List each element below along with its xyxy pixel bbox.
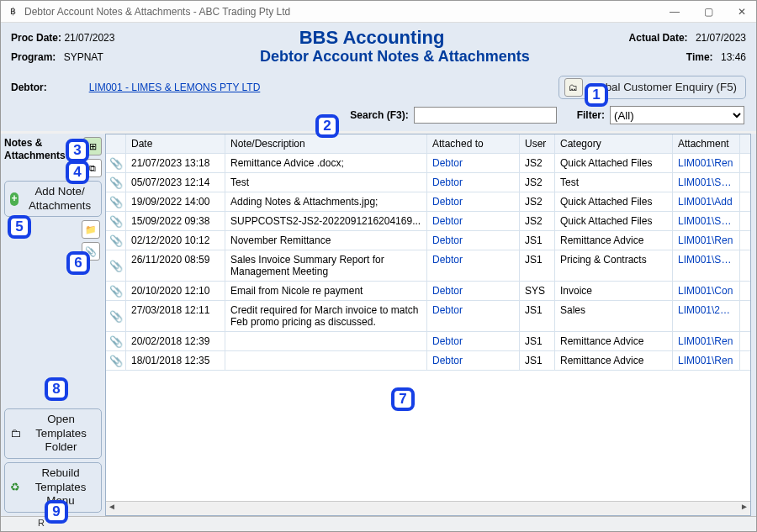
cell-category: Quick Attached Files — [555, 192, 673, 211]
search-input[interactable] — [414, 107, 557, 124]
folder-attach-icon[interactable]: 📁 — [82, 220, 100, 239]
cell-attachment-link[interactable]: LIM001\Sale LIM001 202 — [673, 250, 740, 281]
maximize-button[interactable]: ▢ — [699, 6, 717, 18]
col-header-date[interactable]: Date — [126, 134, 225, 153]
col-header-attachment[interactable]: Attachment — [673, 134, 740, 153]
cell-description: Test — [225, 173, 427, 192]
open-templates-label: Open Templates Folder — [26, 413, 96, 455]
cell-attached-to[interactable]: Debtor — [427, 212, 520, 230]
table-row[interactable]: 📎05/07/2023 12:14TestDebtorJS2TestLIM001… — [106, 173, 750, 192]
actual-date-value: 21/07/2023 — [696, 32, 746, 44]
cell-description: Sales Invoice Summary Report for Managem… — [225, 250, 427, 281]
cell-date: 21/07/2023 13:18 — [126, 154, 225, 172]
cell-date: 15/09/2022 09:38 — [126, 212, 225, 230]
callout-4: 4 — [66, 161, 89, 184]
callout-5: 5 — [8, 215, 31, 239]
cell-attached-to[interactable]: Debtor — [427, 154, 520, 172]
cell-attached-to[interactable]: Debtor — [427, 231, 520, 250]
filter-select[interactable]: (All) — [610, 106, 744, 124]
cell-attached-to[interactable]: Debtor — [427, 250, 520, 281]
callout-7: 7 — [391, 387, 415, 411]
col-header-user[interactable]: User — [520, 134, 555, 153]
cell-category: Remittance Advice — [555, 332, 673, 350]
add-note-button[interactable]: + Add Note/ Attachments — [4, 181, 102, 217]
cell-category: Remittance Advice — [555, 231, 673, 250]
row-attachment-icon: 📎 — [106, 192, 126, 211]
recycle-icon: ♻ — [10, 480, 20, 495]
searchbar: Search (F3): Filter: (All) — [1, 103, 756, 131]
close-button[interactable]: ✕ — [733, 6, 751, 18]
callout-8: 8 — [45, 377, 68, 401]
add-note-label: Add Note/ Attachments — [24, 185, 96, 213]
cell-user: JS2 — [520, 173, 555, 192]
cell-attachment-link[interactable]: LIM001\Ren — [673, 332, 740, 350]
table-row[interactable]: 📎19/09/2022 14:00Adding Notes & Attachme… — [106, 192, 750, 212]
cell-attached-to[interactable]: Debtor — [427, 282, 520, 300]
cell-category: Sales — [555, 301, 673, 331]
cell-attachment-link[interactable]: LIM001\SUF — [673, 173, 740, 192]
cell-attachment-link[interactable]: LIM001\Ren — [673, 231, 740, 250]
minimize-button[interactable]: — — [665, 6, 684, 18]
row-attachment-icon: 📎 — [106, 351, 126, 370]
callout-6: 6 — [66, 251, 90, 275]
table-row[interactable]: 📎20/02/2018 12:39DebtorJS1Remittance Adv… — [106, 332, 750, 351]
col-header-attached-to[interactable]: Attached to — [427, 134, 520, 153]
sidebar: Notes & Attachments: ⊞ ⧉ + Add Note/ Att… — [1, 134, 105, 516]
cell-category: Pricing & Contracts — [555, 250, 673, 281]
callout-9: 9 — [45, 500, 68, 524]
debtor-link[interactable]: LIM001 - LIMES & LEMONS PTY LTD — [89, 82, 261, 93]
cell-date: 26/11/2020 08:59 — [126, 250, 225, 281]
cell-attachment-link[interactable]: LIM001\Ren — [673, 154, 740, 172]
header: Proc Date: 21/07/2023 BBS Accounting Act… — [1, 23, 756, 69]
cell-description — [225, 332, 427, 350]
row-attachment-icon: 📎 — [106, 212, 126, 230]
program-value: SYPNAT — [64, 51, 103, 63]
table-row[interactable]: 📎21/07/2023 13:18Remittance Advice .docx… — [106, 154, 750, 173]
app-title: BBS Accounting — [299, 27, 445, 48]
table-row[interactable]: 📎18/01/2018 12:35DebtorJS1Remittance Adv… — [106, 351, 750, 371]
time-value: 13:46 — [721, 51, 746, 63]
table-row[interactable]: 📎02/12/2020 10:12November RemittanceDebt… — [106, 231, 750, 250]
table-row[interactable]: 📎27/03/2018 12:11Credit required for Mar… — [106, 301, 750, 332]
plus-icon: + — [10, 192, 19, 206]
callout-1: 1 — [585, 83, 608, 107]
cell-attached-to[interactable]: Debtor — [427, 332, 520, 350]
cell-attached-to[interactable]: Debtor — [427, 351, 520, 370]
cell-attached-to[interactable]: Debtor — [427, 301, 520, 331]
horizontal-scrollbar[interactable] — [106, 501, 750, 515]
cell-attachment-link[interactable]: LIM001\Ren — [673, 351, 740, 370]
cell-attachment-link[interactable]: LIM001\SUF — [673, 212, 740, 230]
cell-user: JS2 — [520, 154, 555, 172]
cell-user: JS1 — [520, 332, 555, 350]
window-title: Debtor Account Notes & Attachments - ABC… — [24, 6, 290, 18]
statusbar: R — [1, 516, 756, 531]
cell-attachment-link[interactable]: LIM001\201 Flyer.pdf — [673, 301, 740, 331]
cell-user: JS2 — [520, 212, 555, 230]
open-templates-button[interactable]: 🗀 Open Templates Folder — [4, 408, 102, 459]
program-label: Program: — [11, 51, 56, 63]
debtor-row: Debtor: LIM001 - LIMES & LEMONS PTY LTD … — [1, 69, 756, 103]
filter-label: Filter: — [577, 109, 605, 121]
cell-description: Adding Notes & Attachments.jpg; — [225, 192, 427, 211]
enquiry-icon: 🗂 — [564, 78, 583, 97]
cell-description: Credit required for March invoice to mat… — [225, 301, 427, 331]
row-attachment-icon: 📎 — [106, 154, 126, 172]
table-row[interactable]: 📎20/10/2020 12:10Email from Nicole re pa… — [106, 282, 750, 301]
time-label: Time: — [686, 51, 713, 63]
cell-attachment-link[interactable]: LIM001\Con — [673, 282, 740, 300]
col-header-category[interactable]: Category — [555, 134, 673, 153]
cell-attached-to[interactable]: Debtor — [427, 192, 520, 211]
cell-date: 19/09/2022 14:00 — [126, 192, 225, 211]
row-attachment-icon: 📎 — [106, 282, 126, 300]
cell-date: 05/07/2023 12:14 — [126, 173, 225, 192]
cell-category: Test — [555, 173, 673, 192]
cell-attached-to[interactable]: Debtor — [427, 173, 520, 192]
table-row[interactable]: 📎26/11/2020 08:59Sales Invoice Summary R… — [106, 250, 750, 282]
cell-attachment-link[interactable]: LIM001\Add — [673, 192, 740, 211]
cell-date: 18/01/2018 12:35 — [126, 351, 225, 370]
table-row[interactable]: 📎15/09/2022 09:38SUPPCOSTS2-JS2-20220912… — [106, 212, 750, 231]
cell-user: JS1 — [520, 231, 555, 250]
cell-user: JS1 — [520, 250, 555, 281]
cell-user: JS1 — [520, 301, 555, 331]
cell-category: Invoice — [555, 282, 673, 300]
